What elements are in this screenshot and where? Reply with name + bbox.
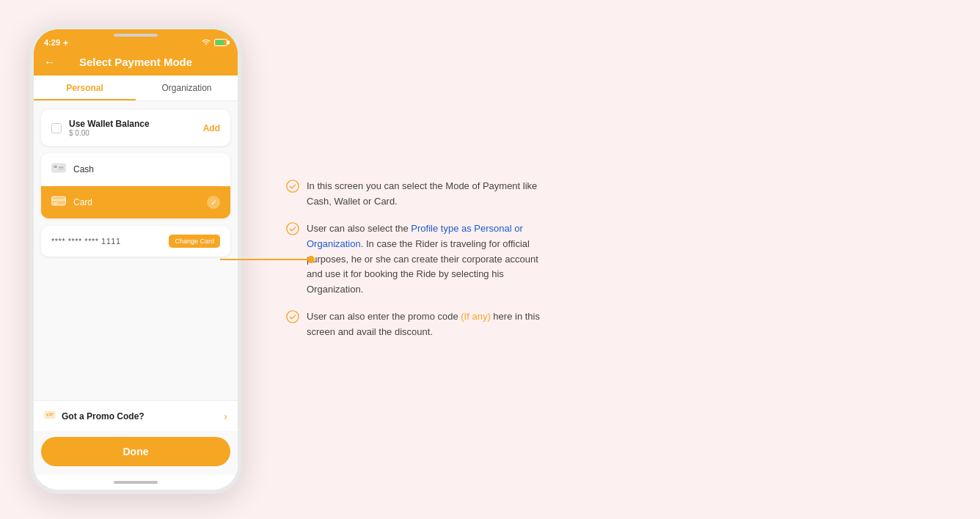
annotation-text-2: User can also select the Profile type as… bbox=[307, 221, 550, 298]
cash-label: Cash bbox=[73, 164, 94, 174]
chevron-right-icon: › bbox=[224, 411, 227, 422]
svg-point-14 bbox=[287, 311, 299, 323]
wallet-checkbox[interactable] bbox=[51, 123, 62, 133]
svg-marker-0 bbox=[62, 40, 69, 46]
status-bar: 4:29 bbox=[34, 29, 238, 56]
screen-body: Use Wallet Balance $ 0.00 Add bbox=[34, 101, 238, 400]
add-wallet-button[interactable]: Add bbox=[203, 123, 220, 133]
promo-row[interactable]: Got a Promo Code? › bbox=[34, 400, 238, 431]
wallet-title: Use Wallet Balance bbox=[69, 119, 150, 129]
wallet-balance: $ 0.00 bbox=[69, 129, 150, 137]
check-circle: ✓ bbox=[207, 196, 220, 209]
promo-left: Got a Promo Code? bbox=[44, 410, 145, 422]
highlight-promo: (If any) bbox=[461, 311, 490, 322]
done-button[interactable]: Done bbox=[41, 437, 230, 466]
card-detail: **** **** **** 1111 Change Card bbox=[41, 226, 230, 257]
cash-icon bbox=[51, 162, 66, 177]
promo-icon bbox=[44, 410, 56, 422]
annotations: In this screen you can select the Mode o… bbox=[286, 179, 550, 339]
svg-point-12 bbox=[287, 180, 299, 192]
highlight-profile: Profile type as Personal or Organization bbox=[307, 223, 523, 249]
annotation-item-3: User can also enter the promo code (If a… bbox=[286, 309, 550, 340]
status-icons bbox=[201, 39, 227, 46]
wallet-info: Use Wallet Balance $ 0.00 bbox=[69, 119, 150, 137]
annotation-text-1: In this screen you can select the Mode o… bbox=[307, 179, 550, 210]
connector-line bbox=[220, 256, 315, 263]
check-icon-1 bbox=[286, 180, 299, 193]
promo-text: Got a Promo Code? bbox=[62, 411, 145, 422]
back-button[interactable]: ← bbox=[44, 56, 56, 69]
wallet-card: Use Wallet Balance $ 0.00 Add bbox=[41, 110, 230, 146]
svg-rect-7 bbox=[54, 203, 57, 204]
header-title: Select Payment Mode bbox=[79, 56, 192, 68]
annotation-item-1: In this screen you can select the Mode o… bbox=[286, 179, 550, 210]
svg-point-9 bbox=[47, 414, 48, 416]
cash-option[interactable]: Cash bbox=[41, 153, 230, 185]
annotation-text-3: User can also enter the promo code (If a… bbox=[307, 309, 550, 340]
check-icon-3 bbox=[286, 310, 299, 323]
card-icon bbox=[51, 195, 66, 210]
check-icon-2 bbox=[286, 222, 299, 235]
annotation-area: In this screen you can select the Mode o… bbox=[242, 179, 951, 339]
svg-point-13 bbox=[287, 223, 299, 235]
card-number: **** **** **** 1111 bbox=[51, 237, 121, 246]
status-time: 4:29 bbox=[44, 38, 69, 47]
svg-rect-1 bbox=[52, 163, 65, 172]
wallet-left: Use Wallet Balance $ 0.00 bbox=[51, 119, 150, 137]
battery-icon bbox=[214, 39, 227, 46]
payment-options-card: Cash Card ✓ bbox=[41, 153, 230, 218]
done-button-wrap: Done bbox=[34, 431, 238, 475]
phone-mockup: 4:29 ← Select Payment Mode bbox=[29, 25, 242, 494]
annotation-item-2: User can also select the Profile type as… bbox=[286, 221, 550, 298]
tab-organization[interactable]: Organization bbox=[136, 76, 238, 100]
top-pill bbox=[114, 34, 158, 37]
tabs-row: Personal Organization bbox=[34, 76, 238, 101]
home-bar bbox=[114, 481, 158, 484]
svg-rect-2 bbox=[54, 166, 56, 168]
card-option[interactable]: Card ✓ bbox=[41, 186, 230, 218]
change-card-button[interactable]: Change Card bbox=[169, 235, 220, 248]
home-indicator bbox=[34, 475, 238, 490]
phone-screen: 4:29 ← Select Payment Mode bbox=[34, 29, 238, 490]
card-label: Card bbox=[73, 197, 92, 207]
tab-personal[interactable]: Personal bbox=[34, 76, 136, 100]
svg-rect-6 bbox=[52, 199, 65, 202]
